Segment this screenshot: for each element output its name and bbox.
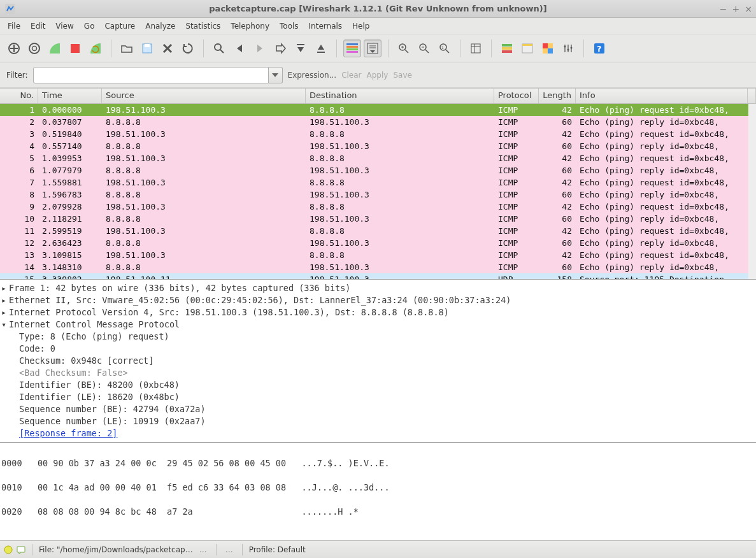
menu-analyze[interactable]: Analyze: [140, 19, 180, 33]
svg-point-5: [32, 46, 37, 50]
col-protocol[interactable]: Protocol: [494, 89, 539, 103]
save-file-icon[interactable]: [138, 39, 156, 57]
detail-icmp-checksum[interactable]: Checksum: 0x948c [correct]: [1, 355, 755, 367]
preferences-icon[interactable]: [559, 39, 577, 57]
reload-icon[interactable]: [179, 39, 197, 57]
packet-row[interactable]: 10.000000198.51.100.38.8.8.8ICMP42Echo (…: [0, 104, 748, 116]
packet-list-body[interactable]: 10.000000198.51.100.38.8.8.8ICMP42Echo (…: [0, 104, 748, 279]
expand-collapse-icon[interactable]: ▾: [1, 318, 9, 331]
status-profile[interactable]: Profile: Default: [249, 545, 306, 554]
resize-columns-icon[interactable]: [467, 39, 485, 57]
detail-icmp[interactable]: Internet Control Message Protocol: [9, 319, 180, 329]
col-info[interactable]: Info: [576, 89, 748, 103]
hex-line[interactable]: 0010 00 1c 4a ad 00 00 40 01 f5 ed c6 33…: [1, 482, 755, 494]
detail-icmp-type[interactable]: Type: 8 (Echo (ping) request): [1, 331, 755, 343]
detail-icmp-bad-checksum[interactable]: <Bad Checksum: False>: [1, 367, 755, 379]
close-file-icon[interactable]: [159, 39, 176, 57]
detail-response-frame-link[interactable]: [Response frame: 2]: [19, 428, 117, 438]
expand-collapse-icon[interactable]: ▸: [1, 294, 9, 306]
menu-internals[interactable]: Internals: [304, 19, 348, 33]
col-source[interactable]: Source: [102, 89, 306, 103]
col-length[interactable]: Length: [539, 89, 576, 103]
comment-icon[interactable]: [17, 545, 25, 554]
packet-row[interactable]: 61.0779798.8.8.8198.51.100.3ICMP60Echo (…: [0, 164, 748, 176]
packet-row[interactable]: 92.079928198.51.100.38.8.8.8ICMP42Echo (…: [0, 201, 748, 213]
detail-icmp-id-be[interactable]: Identifier (BE): 48200 (0xbc48): [1, 379, 755, 391]
filter-dropdown-button[interactable]: [269, 67, 283, 83]
zoom-out-icon[interactable]: [415, 39, 433, 57]
packet-row[interactable]: 153.339802198.51.100.11198.51.100.3UDP15…: [0, 273, 748, 279]
menu-statistics[interactable]: Statistics: [180, 19, 225, 33]
svg-rect-17: [346, 48, 358, 50]
status-more-2[interactable]: …: [223, 545, 236, 554]
hex-line[interactable]: 0020 08 08 08 00 94 8c bc 48 a7 2a .....…: [1, 506, 755, 518]
go-last-packet-icon[interactable]: [312, 39, 330, 57]
menu-tools[interactable]: Tools: [275, 19, 304, 33]
hex-line[interactable]: 0000 00 90 0b 37 a3 24 00 0c 29 45 02 56…: [1, 457, 755, 469]
packet-row[interactable]: 30.519840198.51.100.38.8.8.8ICMP42Echo (…: [0, 128, 748, 140]
restart-capture-icon[interactable]: [87, 39, 104, 57]
window-close-button[interactable]: ×: [745, 4, 752, 14]
detail-ipv4[interactable]: Internet Protocol Version 4, Src: 198.51…: [9, 307, 449, 317]
display-filters-icon[interactable]: [518, 39, 536, 57]
detail-icmp-code[interactable]: Code: 0: [1, 343, 755, 355]
menu-file[interactable]: File: [3, 19, 25, 33]
help-icon[interactable]: ?: [590, 39, 608, 57]
packet-row[interactable]: 143.1483108.8.8.8198.51.100.3ICMP60Echo …: [0, 261, 748, 273]
find-packet-icon[interactable]: [210, 39, 228, 57]
col-destination[interactable]: Destination: [306, 89, 494, 103]
detail-ethernet[interactable]: Ethernet II, Src: Vmware_45:02:56 (00:0c…: [9, 295, 511, 305]
filter-expression-button[interactable]: Expression...: [288, 71, 337, 80]
capture-options-icon[interactable]: [25, 39, 43, 57]
auto-scroll-icon[interactable]: [364, 39, 382, 57]
svg-line-27: [425, 50, 429, 53]
col-no[interactable]: No.: [0, 89, 38, 103]
packet-row[interactable]: 133.109815198.51.100.38.8.8.8ICMP42Echo …: [0, 249, 748, 261]
open-file-icon[interactable]: [118, 39, 136, 57]
menu-view[interactable]: View: [50, 19, 78, 33]
packet-details-pane[interactable]: ▸Frame 1: 42 bytes on wire (336 bits), 4…: [0, 279, 756, 442]
zoom-100-icon[interactable]: 1: [436, 39, 453, 57]
status-more-1[interactable]: …: [197, 545, 210, 554]
packet-row[interactable]: 102.1182918.8.8.8198.51.100.3ICMP60Echo …: [0, 213, 748, 225]
expert-info-icon[interactable]: [4, 545, 13, 554]
stop-capture-icon[interactable]: [66, 39, 84, 57]
detail-icmp-seq-le[interactable]: Sequence number (LE): 10919 (0x2aa7): [1, 415, 755, 427]
packet-row[interactable]: 20.0378078.8.8.8198.51.100.3ICMP60Echo (…: [0, 116, 748, 128]
packet-row[interactable]: 112.599519198.51.100.38.8.8.8ICMP42Echo …: [0, 225, 748, 237]
packet-list-scrollbar[interactable]: [748, 104, 756, 279]
go-back-icon[interactable]: [231, 39, 248, 57]
menu-telephony[interactable]: Telephony: [225, 19, 275, 33]
packet-row[interactable]: 71.559881198.51.100.38.8.8.8ICMP42Echo (…: [0, 176, 748, 189]
packet-row[interactable]: 81.5967838.8.8.8198.51.100.3ICMP60Echo (…: [0, 189, 748, 201]
detail-icmp-seq-be[interactable]: Sequence number (BE): 42794 (0xa72a): [1, 403, 755, 415]
window-minimize-button[interactable]: −: [720, 4, 727, 14]
filter-save-button[interactable]: Save: [393, 71, 411, 80]
start-capture-icon[interactable]: [46, 39, 64, 57]
menu-go[interactable]: Go: [79, 19, 100, 33]
window-maximize-button[interactable]: +: [732, 4, 740, 14]
go-to-packet-icon[interactable]: [271, 39, 289, 57]
go-first-packet-icon[interactable]: [292, 39, 310, 57]
capture-filters-icon[interactable]: [498, 39, 516, 57]
filter-clear-button[interactable]: Clear: [341, 71, 361, 80]
expand-collapse-icon[interactable]: ▸: [1, 282, 9, 294]
coloring-rules-icon[interactable]: [539, 39, 557, 57]
filter-apply-button[interactable]: Apply: [367, 71, 389, 80]
packet-bytes-pane[interactable]: 0000 00 90 0b 37 a3 24 00 0c 29 45 02 56…: [0, 442, 756, 540]
zoom-in-icon[interactable]: [395, 39, 413, 57]
detail-frame[interactable]: Frame 1: 42 bytes on wire (336 bits), 42…: [9, 283, 350, 293]
packet-row[interactable]: 51.039953198.51.100.38.8.8.8ICMP42Echo (…: [0, 152, 748, 164]
colorize-packet-list-icon[interactable]: [343, 39, 361, 57]
menu-edit[interactable]: Edit: [25, 19, 50, 33]
detail-icmp-id-le[interactable]: Identifier (LE): 18620 (0x48bc): [1, 391, 755, 403]
expand-collapse-icon[interactable]: ▸: [1, 306, 9, 318]
interfaces-icon[interactable]: [5, 39, 23, 57]
menu-help[interactable]: Help: [347, 19, 374, 33]
go-forward-icon[interactable]: [251, 39, 269, 57]
filter-input[interactable]: [33, 67, 269, 83]
menu-capture[interactable]: Capture: [99, 19, 140, 33]
col-time[interactable]: Time: [38, 89, 102, 103]
packet-row[interactable]: 122.6364238.8.8.8198.51.100.3ICMP60Echo …: [0, 237, 748, 249]
packet-row[interactable]: 40.5571408.8.8.8198.51.100.3ICMP60Echo (…: [0, 140, 748, 152]
